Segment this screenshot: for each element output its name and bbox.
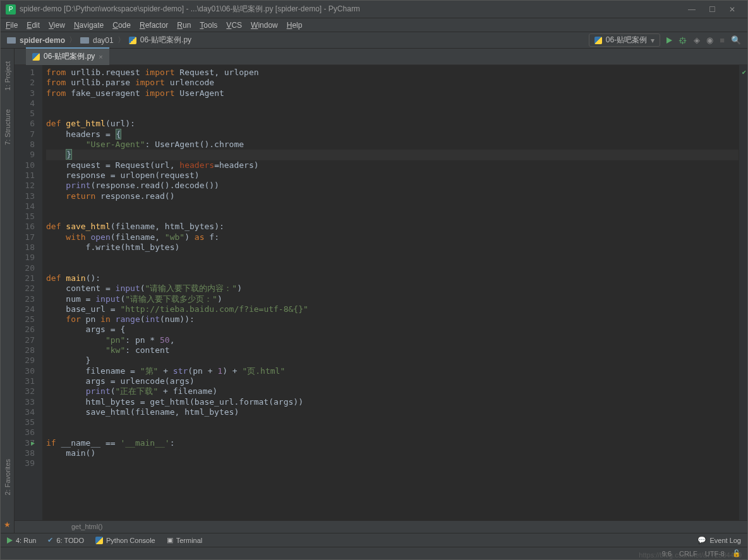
run-config-name: 06-贴吧案例 bbox=[606, 35, 647, 45]
code-line[interactable]: html_bytes = get_html(base_url.format(ar… bbox=[46, 397, 739, 407]
editor-tabs: 06-贴吧案例.py × bbox=[15, 49, 747, 65]
breadcrumb-file[interactable]: 06-贴吧案例.py bbox=[140, 35, 191, 45]
code-line[interactable]: } bbox=[46, 355, 739, 366]
code-line[interactable]: base_url = "http://tieba.baidu.com/f?ie=… bbox=[46, 304, 739, 314]
menu-vcs[interactable]: VCS bbox=[226, 21, 242, 30]
code-line[interactable]: from urllib.request import Request, urlo… bbox=[46, 68, 739, 78]
code-line[interactable]: print(response.read().decode()) bbox=[46, 181, 739, 191]
code-line[interactable]: "kw": content bbox=[46, 345, 739, 355]
profile-button[interactable]: ◉ bbox=[706, 35, 713, 45]
code-line[interactable]: main() bbox=[46, 448, 739, 458]
python-file-icon bbox=[594, 37, 602, 44]
editor-area: 06-贴吧案例.py × 123456789101112131415161718… bbox=[15, 49, 747, 533]
code-content[interactable]: from urllib.request import Request, urlo… bbox=[42, 65, 739, 520]
code-line[interactable]: args = urlencode(args) bbox=[46, 376, 739, 386]
close-button[interactable]: ✕ bbox=[722, 5, 742, 14]
code-line[interactable]: ▶if __name__ == '__main__': bbox=[46, 438, 739, 448]
code-line[interactable] bbox=[46, 98, 739, 109]
star-icon: ★ bbox=[4, 520, 11, 529]
coverage-button[interactable]: ◈ bbox=[694, 35, 700, 45]
menu-code[interactable]: Code bbox=[112, 21, 131, 30]
editor-tab[interactable]: 06-贴吧案例.py × bbox=[26, 47, 109, 65]
code-line[interactable]: } bbox=[46, 150, 739, 160]
menu-tools[interactable]: Tools bbox=[200, 21, 217, 30]
code-breadcrumb[interactable]: get_html() bbox=[15, 520, 747, 533]
run-gutter-icon[interactable]: ▶ bbox=[31, 438, 35, 448]
menu-edit[interactable]: Edit bbox=[27, 21, 40, 30]
code-line[interactable]: "User-Agent": UserAgent().chrome bbox=[46, 140, 739, 150]
search-button[interactable]: 🔍 bbox=[731, 35, 741, 45]
code-line[interactable] bbox=[46, 263, 739, 273]
breadcrumb-root[interactable]: spider-demo bbox=[20, 36, 65, 45]
menubar: FileEditViewNavigateCodeRefactorRunTools… bbox=[1, 18, 747, 32]
breadcrumb[interactable]: spider-demo 〉 day01 〉 06-贴吧案例.py bbox=[7, 35, 191, 45]
tool-todo[interactable]: ✔6: TODO bbox=[47, 536, 84, 544]
window-title: spider-demo [D:\Python\workspace\spider-… bbox=[20, 4, 682, 15]
menu-run[interactable]: Run bbox=[177, 21, 191, 30]
menu-view[interactable]: View bbox=[49, 21, 65, 30]
maximize-button[interactable]: ☐ bbox=[702, 5, 722, 14]
menu-refactor[interactable]: Refactor bbox=[140, 21, 168, 30]
main-area: 1: Project 7: Structure 2: Favorites ★ 0… bbox=[1, 49, 747, 533]
tool-event-log[interactable]: 💬Event Log bbox=[697, 536, 741, 544]
menu-navigate[interactable]: Navigate bbox=[74, 21, 104, 30]
play-icon bbox=[7, 537, 13, 544]
chevron-down-icon: ▾ bbox=[651, 36, 654, 45]
code-line[interactable]: for pn in range(int(num)): bbox=[46, 314, 739, 325]
code-breadcrumb-label: get_html() bbox=[71, 523, 103, 530]
inspection-ok-icon: ✔ bbox=[742, 68, 746, 78]
code-line[interactable] bbox=[46, 417, 739, 427]
code-line[interactable] bbox=[46, 253, 739, 263]
debug-button[interactable]: ⯐ bbox=[679, 35, 687, 45]
tool-python-console[interactable]: Python Console bbox=[95, 537, 155, 544]
code-line[interactable] bbox=[46, 109, 739, 119]
folder-icon bbox=[7, 37, 16, 44]
code-line[interactable]: with open(filename, "wb") as f: bbox=[46, 232, 739, 242]
code-line[interactable]: def main(): bbox=[46, 273, 739, 283]
code-line[interactable]: def save_html(filename, html_bytes): bbox=[46, 222, 739, 232]
code-line[interactable]: request = Request(url, headers=headers) bbox=[46, 160, 739, 170]
inspection-gutter[interactable]: ✔ bbox=[739, 65, 747, 520]
code-editor[interactable]: 1234567891011121314151617181920212223242… bbox=[15, 65, 747, 520]
menu-window[interactable]: Window bbox=[251, 21, 278, 30]
code-line[interactable]: filename = "第" + str(pn + 1) + "页.html" bbox=[46, 366, 739, 376]
statusbar: 9:6 CRLF UTF-8 🔓 bbox=[1, 547, 747, 559]
tool-structure[interactable]: 7: Structure bbox=[4, 109, 11, 145]
watermark: https://blog.csdn.net/a772304419 bbox=[639, 551, 742, 559]
python-file-icon bbox=[32, 53, 40, 61]
tab-label: 06-贴吧案例.py bbox=[44, 51, 95, 62]
code-line[interactable] bbox=[46, 458, 739, 468]
tool-run[interactable]: 4: Run bbox=[7, 537, 36, 544]
minimize-button[interactable]: — bbox=[682, 5, 702, 14]
code-line[interactable] bbox=[46, 427, 739, 438]
code-line[interactable]: save_html(filename, html_bytes) bbox=[46, 407, 739, 417]
code-line[interactable]: from fake_useragent import UserAgent bbox=[46, 88, 739, 98]
tool-project[interactable]: 1: Project bbox=[4, 61, 11, 90]
code-line[interactable]: response = urlopen(request) bbox=[46, 170, 739, 181]
menu-file[interactable]: File bbox=[6, 21, 18, 30]
code-line[interactable]: headers = { bbox=[46, 129, 739, 140]
terminal-icon: ▣ bbox=[167, 536, 173, 544]
python-file-icon bbox=[129, 37, 136, 44]
code-line[interactable]: from urllib.parse import urlencode bbox=[46, 78, 739, 88]
run-button[interactable] bbox=[667, 37, 672, 44]
code-line[interactable]: args = { bbox=[46, 325, 739, 335]
code-line[interactable]: "pn": pn * 50, bbox=[46, 335, 739, 345]
left-tool-strip: 1: Project 7: Structure 2: Favorites ★ bbox=[1, 49, 15, 533]
code-line[interactable]: def get_html(url): bbox=[46, 119, 739, 129]
code-line[interactable]: content = input("请输入要下载的内容：") bbox=[46, 283, 739, 294]
code-line[interactable]: print("正在下载" + filename) bbox=[46, 386, 739, 396]
tool-terminal[interactable]: ▣Terminal bbox=[167, 536, 203, 544]
code-line[interactable]: num = input("请输入要下载多少页：") bbox=[46, 294, 739, 304]
run-config-selector[interactable]: 06-贴吧案例 ▾ bbox=[589, 33, 660, 47]
code-line[interactable] bbox=[46, 201, 739, 211]
code-line[interactable]: f.write(html_bytes) bbox=[46, 242, 739, 253]
stop-button[interactable]: ■ bbox=[720, 35, 725, 45]
breadcrumb-folder[interactable]: day01 bbox=[93, 36, 114, 45]
code-line[interactable] bbox=[46, 211, 739, 222]
bottom-toolbar: 4: Run ✔6: TODO Python Console ▣Terminal… bbox=[1, 533, 747, 547]
tool-favorites[interactable]: 2: Favorites bbox=[4, 459, 11, 495]
close-tab-icon[interactable]: × bbox=[99, 53, 102, 61]
menu-help[interactable]: Help bbox=[287, 21, 303, 30]
code-line[interactable]: return response.read() bbox=[46, 191, 739, 201]
